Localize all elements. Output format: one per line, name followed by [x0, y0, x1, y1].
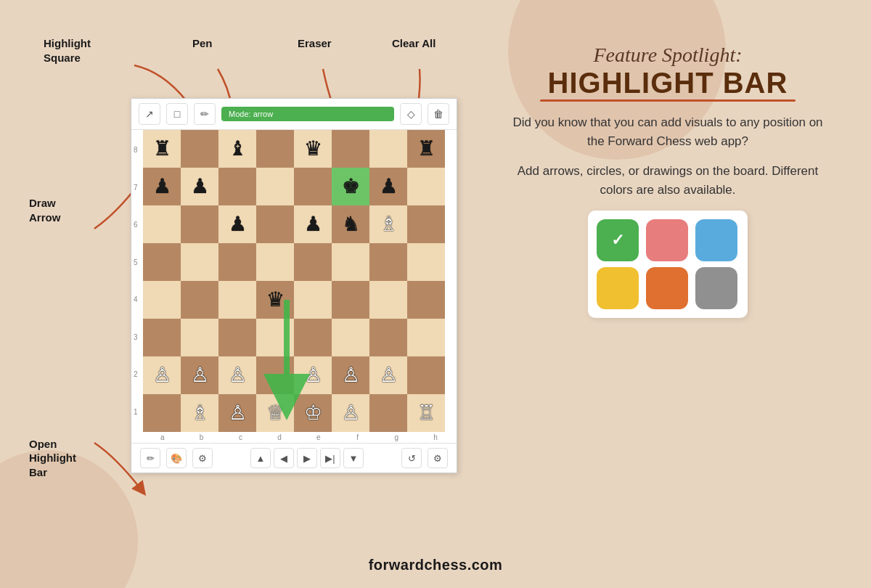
- swatch-green[interactable]: [597, 219, 639, 261]
- label-highlight-square: Highlight Square: [44, 36, 91, 65]
- pen-btn[interactable]: ✏: [194, 103, 216, 125]
- cell-a4[interactable]: [143, 281, 181, 319]
- draw-arrow-btn[interactable]: ↗: [139, 103, 160, 125]
- prev-btn[interactable]: ◀: [274, 448, 294, 468]
- cell-c5[interactable]: [218, 243, 256, 281]
- cell-c1[interactable]: ♙: [218, 394, 256, 432]
- cell-f6[interactable]: ♞: [332, 205, 369, 243]
- next-btn[interactable]: ▶|: [320, 448, 340, 468]
- cell-f7[interactable]: ♚: [332, 168, 369, 205]
- refresh-btn[interactable]: ↺: [401, 448, 422, 468]
- cell-d7[interactable]: [256, 168, 294, 205]
- toolbar-right: ↺ ⚙: [401, 448, 448, 468]
- cell-c7[interactable]: [218, 168, 256, 205]
- cell-h6[interactable]: [407, 205, 445, 243]
- rank-8: ♜ ♝ ♛ ♜: [143, 130, 457, 168]
- cell-f4[interactable]: [332, 281, 369, 319]
- cell-d6[interactable]: [256, 205, 294, 243]
- cell-g1[interactable]: [369, 394, 407, 432]
- cell-h3[interactable]: [407, 319, 445, 356]
- left-panel: Highlight Square Pen Eraser Clear All Dr…: [22, 15, 486, 573]
- cell-e2[interactable]: ♙: [294, 356, 332, 394]
- color-grid: [588, 211, 748, 318]
- cell-b6[interactable]: [181, 205, 218, 243]
- eraser-btn[interactable]: ◇: [400, 103, 422, 125]
- chess-board[interactable]: ♜ ♝ ♛ ♜ ♟ ♟: [143, 130, 457, 432]
- cell-c3[interactable]: [218, 319, 256, 356]
- cell-a6[interactable]: [143, 205, 181, 243]
- cell-f2[interactable]: ♙: [332, 356, 369, 394]
- cell-h7[interactable]: [407, 168, 445, 205]
- cell-a1[interactable]: [143, 394, 181, 432]
- rank-3: [143, 319, 457, 356]
- settings-board-btn[interactable]: ⚙: [192, 448, 213, 468]
- label-pen: Pen: [192, 36, 213, 51]
- cell-g6[interactable]: ♗: [369, 205, 407, 243]
- swatch-yellow[interactable]: [597, 267, 639, 309]
- cell-e7[interactable]: [294, 168, 332, 205]
- cell-c4[interactable]: [218, 281, 256, 319]
- cell-h5[interactable]: [407, 243, 445, 281]
- rank-7: ♟ ♟ ♚ ♟: [143, 168, 457, 205]
- cell-f3[interactable]: [332, 319, 369, 356]
- cell-f8[interactable]: [332, 130, 369, 168]
- rank-1: ♗ ♙ ♕ ♔ ♙ ♖: [143, 394, 457, 432]
- swatch-blue[interactable]: [695, 219, 737, 261]
- cell-e5[interactable]: [294, 243, 332, 281]
- cell-d1[interactable]: ♕: [256, 394, 294, 432]
- pencil-btn[interactable]: ✏: [140, 448, 160, 468]
- highlight-square-btn[interactable]: □: [166, 103, 188, 125]
- cell-d8[interactable]: [256, 130, 294, 168]
- cell-e4[interactable]: [294, 281, 332, 319]
- cell-d5[interactable]: [256, 243, 294, 281]
- cell-f5[interactable]: [332, 243, 369, 281]
- cell-c2[interactable]: ♙: [218, 356, 256, 394]
- cell-h1[interactable]: ♖: [407, 394, 445, 432]
- cell-g8[interactable]: [369, 130, 407, 168]
- cell-b2[interactable]: ♙: [181, 356, 218, 394]
- cell-e1[interactable]: ♔: [294, 394, 332, 432]
- gear-btn[interactable]: ⚙: [428, 448, 448, 468]
- toolbar-center: ▲ ◀ ▶ ▶| ▼: [250, 448, 364, 468]
- cell-a2[interactable]: ♙: [143, 356, 181, 394]
- cell-e6[interactable]: ♟: [294, 205, 332, 243]
- cell-a5[interactable]: [143, 243, 181, 281]
- cell-g2[interactable]: ♙: [369, 356, 407, 394]
- description-2: Add arrows, circles, or drawings on the …: [508, 162, 827, 199]
- cell-h8[interactable]: ♜: [407, 130, 445, 168]
- cell-b5[interactable]: [181, 243, 218, 281]
- swatch-pink[interactable]: [646, 219, 688, 261]
- cell-d4[interactable]: ♛: [256, 281, 294, 319]
- cell-g5[interactable]: [369, 243, 407, 281]
- cell-b8[interactable]: [181, 130, 218, 168]
- cell-c8[interactable]: ♝: [218, 130, 256, 168]
- play-btn[interactable]: ▶: [297, 448, 317, 468]
- last-move-btn[interactable]: ▼: [343, 448, 364, 468]
- palette-btn[interactable]: 🎨: [166, 448, 187, 468]
- rank-5: [143, 243, 457, 281]
- cell-b7[interactable]: ♟: [181, 168, 218, 205]
- cell-d2[interactable]: [256, 356, 294, 394]
- cell-b1[interactable]: ♗: [181, 394, 218, 432]
- first-move-btn[interactable]: ▲: [250, 448, 271, 468]
- cell-h2[interactable]: [407, 356, 445, 394]
- cell-e3[interactable]: [294, 319, 332, 356]
- cell-e8[interactable]: ♛: [294, 130, 332, 168]
- cell-h4[interactable]: [407, 281, 445, 319]
- cell-g4[interactable]: [369, 281, 407, 319]
- cell-a7[interactable]: ♟: [143, 168, 181, 205]
- cell-b4[interactable]: [181, 281, 218, 319]
- cell-g3[interactable]: [369, 319, 407, 356]
- feature-title: HIGHLIGHT BAR: [508, 67, 827, 99]
- swatch-gray[interactable]: [695, 267, 737, 309]
- swatch-orange[interactable]: [646, 267, 688, 309]
- cell-a3[interactable]: [143, 319, 181, 356]
- cell-b3[interactable]: [181, 319, 218, 356]
- clear-all-btn[interactable]: 🗑: [428, 103, 449, 125]
- cell-a8[interactable]: ♜: [143, 130, 181, 168]
- cell-d3[interactable]: [256, 319, 294, 356]
- cell-c6[interactable]: ♟: [218, 205, 256, 243]
- rank-2: ♙ ♙ ♙ ♙ ♙ ♙: [143, 356, 457, 394]
- cell-f1[interactable]: ♙: [332, 394, 369, 432]
- cell-g7[interactable]: ♟: [369, 168, 407, 205]
